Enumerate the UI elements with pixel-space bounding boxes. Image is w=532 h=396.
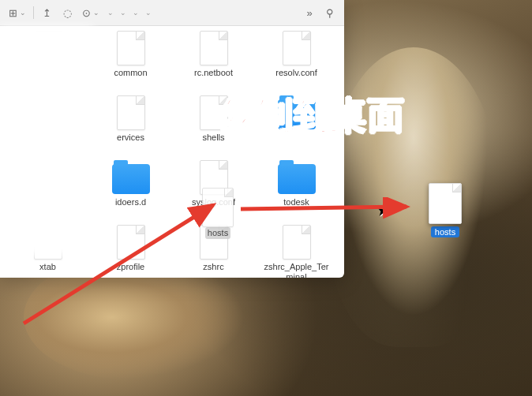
tags-button[interactable]: ◌ [58,4,77,21]
action-icon: ⊙ [82,7,91,19]
file-icon [111,225,152,260]
overflow-button[interactable]: » [300,4,319,21]
file-item[interactable]: idoers.d [89,159,172,220]
file-item[interactable]: todesk [255,159,338,220]
grid-icon: ⊞ [9,7,17,19]
blurred-sidebar [0,27,93,256]
toolbar-separator [33,6,34,19]
folder-icon [276,160,317,195]
dropdown-1[interactable]: ⌄ [105,9,116,17]
file-label: zshrc_Apple_Terminal [260,261,334,278]
file-label: idoers.d [113,196,148,208]
share-button[interactable]: ↥ [37,4,56,21]
more-icon: » [306,7,312,19]
dropdown-4[interactable]: ⌄ [143,9,154,17]
folder-icon [111,160,152,195]
annotation-text: 复制到桌面 [219,92,405,140]
file-item[interactable]: zprofile [89,223,172,278]
file-icon [111,31,152,65]
share-icon: ↥ [43,7,51,19]
dragging-file-ghost[interactable]: hosts [194,188,242,245]
file-label: zshrc [200,261,226,273]
dragging-file-label: hosts [205,227,230,239]
dropdown-3[interactable]: ⌄ [130,9,141,17]
file-item[interactable]: common [89,29,172,91]
file-item[interactable]: rc.netboot [172,29,255,91]
file-icon [193,31,234,65]
view-mode-button[interactable]: ⊞ [5,4,30,21]
dropdown-2[interactable]: ⌄ [118,9,129,17]
file-item[interactable]: ervices [89,94,172,155]
search-button[interactable]: ⚲ [320,4,339,21]
file-icon [111,95,152,130]
action-button[interactable]: ⊙ [78,4,103,21]
file-icon [202,188,234,227]
file-label: rc.netboot [192,67,235,79]
desktop-file-label: hosts [431,226,459,237]
file-label: ervices [114,132,147,144]
file-label: zprofile [114,261,147,273]
tag-icon: ◌ [63,7,72,19]
file-icon [429,183,462,224]
file-label: xtab [37,261,58,273]
search-icon: ⚲ [326,7,334,19]
finder-toolbar: ⊞ ↥ ◌ ⊙ ⌄ ⌄ ⌄ ⌄ » ⚲ [0,0,344,26]
file-icon [276,31,317,65]
file-item[interactable]: zshrc_Apple_Terminal [255,223,338,278]
desktop-file-hosts[interactable]: hosts [423,183,467,237]
file-label: todesk [281,196,311,208]
file-icon [276,225,317,260]
file-label: resolv.conf [273,67,319,79]
file-label: common [111,67,149,79]
file-item[interactable]: resolv.conf [255,29,338,91]
